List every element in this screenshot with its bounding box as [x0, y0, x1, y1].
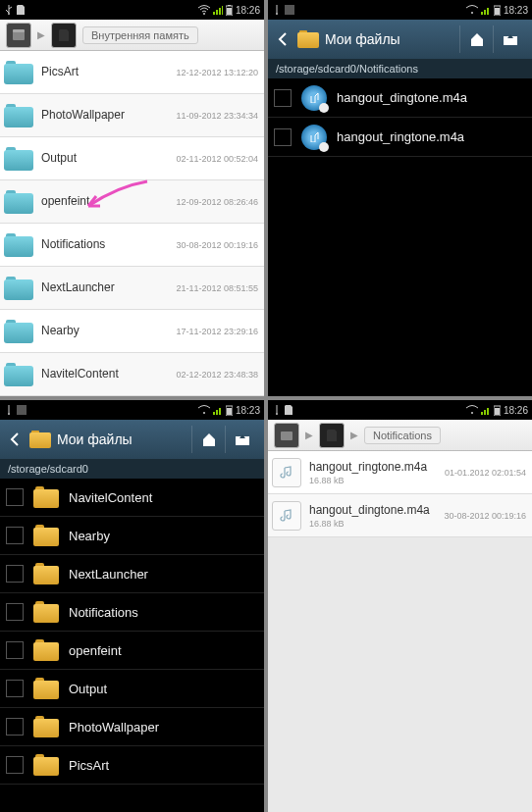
list-item[interactable]: hangout_dingtone.m4a: [268, 78, 532, 118]
list-item[interactable]: PicsArt: [0, 746, 264, 785]
panel-light-files: 18:26 ▶ ▶ Notifications hangout_ringtone…: [268, 400, 532, 812]
folder-icon: [33, 639, 59, 661]
checkbox[interactable]: [274, 128, 292, 146]
svg-rect-4: [219, 8, 221, 15]
signal-icon: [481, 5, 491, 15]
list-item[interactable]: NextLauncher 21-11-2012 08:51:55: [0, 267, 264, 310]
list-item[interactable]: Nearby: [0, 517, 264, 555]
svg-point-20: [8, 413, 10, 415]
item-size: 16.88 kB: [309, 519, 444, 529]
usb-icon: [272, 405, 282, 415]
sdcard-badge-icon[interactable]: [319, 423, 345, 448]
item-name: PicsArt: [41, 65, 176, 78]
chevron-right-icon: ▶: [37, 29, 45, 40]
item-date: 12-09-2012 08:26:46: [176, 197, 258, 207]
file-list: hangout_dingtone.m4a hangout_ringtone.m4…: [268, 78, 532, 396]
item-name: Nearby: [41, 324, 176, 337]
svg-point-1: [203, 13, 205, 15]
list-item[interactable]: hangout_dingtone.m4a 16.88 kB 30-08-2012…: [268, 494, 532, 537]
list-item[interactable]: openfeint 12-09-2012 08:26:46: [0, 180, 264, 224]
checkbox[interactable]: [6, 718, 24, 736]
folder-icon: [4, 190, 33, 214]
checkbox[interactable]: [274, 89, 292, 107]
list-item[interactable]: hangout_ringtone.m4a: [268, 118, 532, 157]
svg-rect-35: [495, 408, 500, 415]
breadcrumb-bar: ▶ ▶ Notifications: [268, 420, 532, 451]
list-item[interactable]: PhotoWallpaper 11-09-2012 23:34:34: [0, 94, 264, 137]
list-item[interactable]: Nearby 17-11-2012 23:29:16: [0, 310, 264, 353]
checkbox[interactable]: [6, 603, 24, 621]
back-button[interactable]: [274, 32, 292, 46]
svg-rect-24: [216, 410, 218, 415]
item-name: hangout_ringtone.m4a: [337, 129, 464, 144]
folder-icon: [33, 525, 59, 546]
item-date: 02-12-2012 23:48:38: [176, 370, 258, 380]
svg-point-0: [8, 13, 10, 15]
svg-point-11: [276, 13, 278, 15]
battery-icon: [494, 5, 501, 16]
svg-rect-23: [213, 412, 215, 415]
item-name: Output: [41, 151, 176, 165]
list-item[interactable]: Notifications 30-08-2012 00:19:16: [0, 224, 264, 267]
back-button[interactable]: [6, 432, 24, 446]
checkbox[interactable]: [6, 565, 24, 583]
list-item[interactable]: NextLauncher: [0, 555, 264, 593]
checkbox[interactable]: [6, 488, 24, 506]
list-item[interactable]: PicsArt 12-12-2012 13:12:20: [0, 51, 264, 94]
path-bar: /storage/sdcard0: [0, 459, 264, 479]
svg-rect-3: [216, 10, 218, 15]
svg-rect-8: [227, 8, 232, 15]
list-item[interactable]: Output 02-11-2012 00:52:04: [0, 137, 264, 180]
folder-icon: [33, 601, 59, 623]
battery-icon: [226, 405, 233, 416]
signal-icon: [481, 405, 491, 415]
folder-icon: [33, 678, 59, 699]
list-item[interactable]: Output: [0, 670, 264, 708]
item-date: 11-09-2012 23:34:34: [176, 111, 258, 121]
item-name: PicsArt: [69, 758, 109, 773]
checkbox[interactable]: [6, 756, 24, 774]
list-item[interactable]: NavitelContent: [0, 479, 264, 517]
breadcrumb-label[interactable]: Notifications: [364, 427, 441, 444]
list-item[interactable]: Notifications: [0, 593, 264, 632]
checkbox[interactable]: [6, 527, 24, 544]
list-item[interactable]: NavitelContent 02-12-2012 23:48:38: [0, 353, 264, 396]
item-name: hangout_dingtone.m4a: [309, 503, 444, 517]
folder-icon: [33, 563, 59, 584]
home-button[interactable]: [191, 426, 225, 453]
usb-icon: [272, 5, 282, 15]
list-item[interactable]: hangout_ringtone.m4a 16.88 kB 01-01.2012…: [268, 451, 532, 494]
item-size: 16.88 kB: [309, 476, 445, 485]
folder-icon: [33, 716, 59, 737]
list-item[interactable]: PhotoWallpaper: [0, 708, 264, 746]
item-name: hangout_ringtone.m4a: [309, 460, 445, 474]
storage-root-icon[interactable]: [274, 423, 299, 448]
up-folder-button[interactable]: [493, 25, 526, 53]
music-file-icon: [272, 501, 301, 531]
folder-icon: [4, 320, 33, 343]
app-icon: [17, 405, 27, 415]
home-button[interactable]: [459, 25, 493, 53]
checkbox[interactable]: [6, 641, 24, 659]
storage-root-icon[interactable]: [6, 23, 31, 48]
item-name: PhotoWallpaper: [41, 108, 176, 122]
status-bar: 18:26: [0, 0, 264, 20]
breadcrumb-label[interactable]: Внутренняя память: [82, 26, 198, 44]
svg-rect-10: [13, 29, 25, 32]
app-header: Мои файлы: [268, 20, 532, 59]
svg-rect-32: [484, 410, 486, 415]
wifi-icon: [466, 405, 478, 415]
checkbox[interactable]: [6, 680, 24, 697]
folder-icon: [4, 277, 33, 300]
folder-icon: [4, 363, 33, 386]
item-date: 02-11-2012 00:52:04: [176, 154, 258, 164]
svg-rect-2: [213, 12, 215, 15]
svg-rect-16: [487, 8, 489, 15]
sdcard-badge-icon[interactable]: [51, 23, 77, 48]
item-name: Output: [69, 682, 107, 696]
svg-point-29: [276, 413, 278, 415]
up-folder-button[interactable]: [225, 426, 258, 453]
list-item[interactable]: openfeint: [0, 632, 264, 670]
clock-text: 18:23: [236, 405, 260, 416]
file-list: hangout_ringtone.m4a 16.88 kB 01-01.2012…: [268, 451, 532, 812]
